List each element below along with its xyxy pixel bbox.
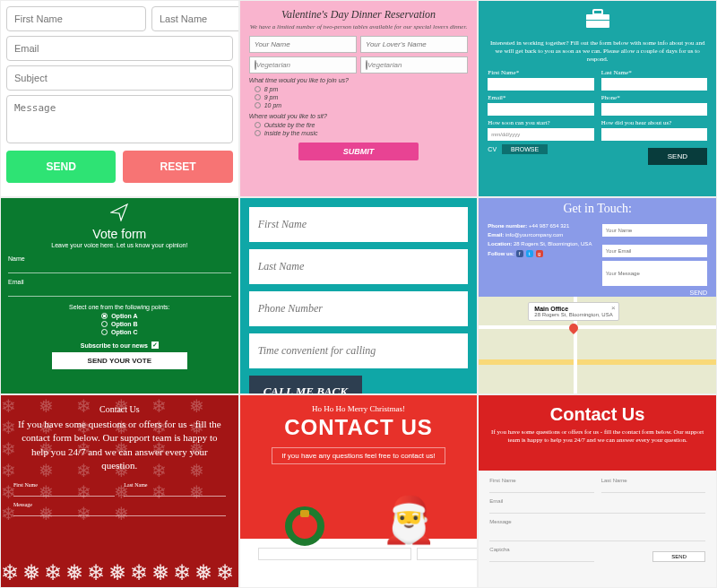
your-name-input[interactable] [249,36,357,53]
message-input[interactable] [489,525,705,541]
close-icon[interactable]: × [611,304,616,312]
intro-text: Interested in working together? Fill out… [488,39,707,64]
send-button[interactable]: SEND [690,290,707,296]
last-name-input[interactable] [124,488,225,497]
start-label: How soon can you start? [488,119,593,126]
call-back-button[interactable]: CALL ME BACK [249,376,362,394]
wreath-icon [285,506,324,546]
send-button[interactable]: SEND [652,551,705,562]
phone-info: Phone number: +44 987 654 321 [488,223,592,229]
last-name-label: Last Name [601,478,705,483]
phone-input[interactable] [249,291,469,326]
time-opt-2[interactable]: 9 pm [249,93,469,101]
radio-icon [101,321,108,327]
form-title: Contact Us [13,404,226,414]
captcha-input[interactable] [489,553,593,562]
intro-text: If you have some questions or offers for… [13,418,226,473]
first-name-input[interactable] [249,207,469,242]
twitter-icon[interactable]: t [526,250,533,257]
last-name-input[interactable] [601,484,705,493]
browse-button[interactable]: BROWSE [502,144,548,154]
hear-input[interactable] [601,128,707,141]
radio-icon [255,102,261,108]
svg-rect-1 [593,10,602,14]
name-label: Name [8,255,231,262]
email-label: Email [8,279,231,285]
time-question: What time would you like to join us? [249,77,469,83]
map-pin-icon [567,322,580,334]
last-name-input[interactable] [249,249,469,284]
first-name-input[interactable] [13,488,115,497]
select-label: Select one from the following points: [8,304,231,310]
email-input[interactable] [602,245,707,257]
hero-tagline: Ho Ho Ho Merry Christmas! [247,404,471,413]
callback-form: CALL ME BACK [239,197,479,394]
location-info: Location: 28 Rogers St, Bloomington, USA [488,241,592,246]
send-button[interactable]: SEND [6,151,116,183]
veg-select-2[interactable]: Vegetarian [360,56,468,74]
follow-info: Follow us: ftg [488,250,592,257]
subscribe-row[interactable]: Subscribe to our news✓ [8,342,231,349]
name-input[interactable] [8,263,231,273]
seat-opt-1[interactable]: Outside by the fire [249,121,469,129]
first-name-input[interactable] [488,78,593,91]
email-input[interactable] [488,103,593,116]
hero-subtitle: If you have any questions feel free to c… [272,447,445,464]
radio-icon [255,86,261,92]
first-name-input[interactable] [489,484,593,493]
subject-input[interactable] [6,65,233,91]
message-input[interactable] [13,507,226,516]
last-name-input[interactable] [151,6,239,31]
email-label: Email* [488,94,593,101]
email-input[interactable] [8,286,231,297]
option-c[interactable]: Option C [8,328,231,336]
form-title: Vote form [8,227,231,241]
snow-border: ❄❅❄❅❄❅❄❅❄❅❄❅ [1,560,238,587]
form-subtitle: We have a limited number of two-person t… [249,23,469,30]
message-textarea[interactable] [6,95,233,143]
cv-label: CV [488,146,497,152]
start-input[interactable] [488,128,593,141]
submit-button[interactable]: SEND YOUR VOTE [52,352,187,369]
message-input[interactable] [602,261,707,286]
name-input[interactable] [602,224,707,237]
email-input[interactable] [489,505,705,514]
submit-button[interactable]: SUBMIT [298,143,419,160]
radio-icon [255,122,261,128]
radio-icon [101,329,108,335]
hear-label: How did you hear about us? [601,119,707,126]
time-opt-1[interactable]: 8 pm [249,85,469,93]
reset-button[interactable]: RESET [123,151,232,183]
veg-select-1[interactable]: Vegetarian [249,56,357,74]
lover-name-input[interactable] [360,36,468,53]
first-name-label: First Name [489,478,593,483]
send-button[interactable]: SEND [648,148,707,165]
last-name-input[interactable] [601,78,707,91]
panel-title: Get in Touch: [479,202,716,216]
map[interactable]: × Main Office 28 Rogers St, Bloomington,… [479,297,716,393]
facebook-icon[interactable]: f [516,250,523,257]
seat-opt-2[interactable]: Inside by the music [249,129,469,137]
checkbox-icon: ✓ [151,342,159,349]
input-1[interactable] [258,548,411,560]
time-opt-3[interactable]: 10 pm [249,101,469,109]
basic-contact-form: SEND RESET [0,0,239,197]
time-input[interactable] [249,333,469,368]
option-b[interactable]: Option B [8,320,231,328]
gplus-icon[interactable]: g [536,250,543,257]
input-2[interactable] [417,548,479,560]
first-name-label: First Name* [488,69,593,76]
form-title: Valentine's Day Dinner Reservation [249,8,469,22]
phone-input[interactable] [601,103,707,116]
message-label: Message [489,519,705,524]
last-name-label: Last Name* [601,69,707,76]
vote-form: Vote form Leave your voice here. Let us … [0,197,239,394]
christmas-contact-form: Ho Ho Ho Merry Christmas! CONTACT US If … [239,394,479,588]
phone-label: Phone* [601,94,707,101]
briefcase-icon [488,8,707,36]
radio-icon [255,130,261,136]
email-input[interactable] [6,36,233,61]
first-name-input[interactable] [6,6,146,31]
option-a[interactable]: Option A [8,312,231,320]
svg-rect-0 [586,14,609,28]
